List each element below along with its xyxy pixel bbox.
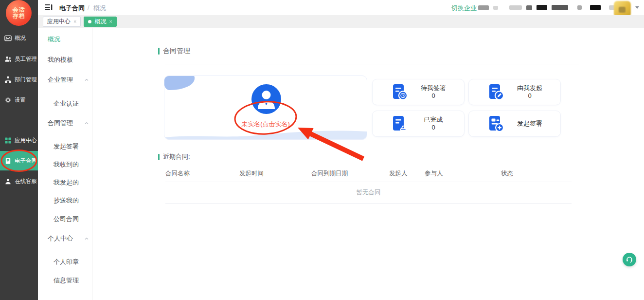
top-bar: 电子合同 / 概况 切换企业 (38, 0, 644, 15)
sidebar-item-online-service[interactable]: 在线客服 (0, 171, 38, 191)
dashboard-icon (4, 35, 12, 42)
tab-close-icon[interactable]: × (109, 19, 112, 24)
doc-plus-icon (486, 114, 505, 133)
submenu-item-initiate-sign[interactable]: 发起签署 (54, 142, 79, 151)
column-header: 参与人 (425, 169, 501, 178)
customer-service-button[interactable] (623, 253, 636, 266)
user-menu-caret-icon[interactable] (635, 6, 639, 9)
section-divider (165, 64, 579, 64)
breadcrumb-separator: / (88, 4, 89, 11)
submenu-item-overview[interactable]: 概况 (48, 35, 60, 44)
org-chart-icon (4, 76, 12, 83)
tab-label: 概况 (94, 18, 106, 26)
tab-overview[interactable]: 概况 × (84, 17, 116, 27)
main-content: 合同管理 未实名(点击实名) (92, 28, 644, 300)
switch-company-link[interactable]: 切换企业 (451, 4, 477, 13)
sidebar-item-overview[interactable]: 概况 (0, 28, 38, 48)
redacted-text (478, 5, 489, 10)
decorative-blob (164, 76, 195, 90)
column-header: 发起人 (389, 169, 425, 178)
column-header: 合同名称 (165, 169, 239, 178)
submenu-item-cc-me[interactable]: 抄送我的 (54, 196, 79, 205)
logo-line2: 存档 (13, 13, 25, 19)
sidebar-item-label: 在线客服 (15, 178, 37, 185)
stat-card-awaiting-my-signature[interactable]: 待我签署 0 (372, 79, 465, 105)
section-accent-bar (158, 48, 160, 55)
doc-stamp-icon (390, 114, 409, 133)
annotation-overlay (92, 28, 644, 300)
realname-prompt-link[interactable]: 未实名(点击实名) (164, 120, 367, 129)
redacted-text (493, 6, 498, 10)
contract-mgmt-section-title: 合同管理 (158, 47, 190, 56)
section-accent-bar (158, 154, 160, 160)
sidebar-item-departments[interactable]: 部门管理 (0, 70, 38, 89)
support-person-icon (4, 178, 12, 185)
chevron-up-icon[interactable] (85, 237, 89, 241)
tab-label: 应用中心 (47, 18, 71, 26)
submenu-item-initiated[interactable]: 我发起的 (54, 178, 79, 187)
breadcrumb-parent[interactable]: 电子合同 (59, 4, 85, 13)
sidebar-item-app-center[interactable]: 应用中心 (0, 131, 38, 150)
gear-icon (4, 96, 12, 104)
sidebar-item-label: 电子合同 (15, 157, 37, 165)
sidebar-item-employees[interactable]: 员工管理 (0, 49, 38, 69)
breadcrumb-current: 概况 (93, 4, 106, 13)
submenu-item-personal-seal[interactable]: 个人印章 (54, 258, 79, 266)
recent-contracts-section-title: 近期合同: (158, 152, 190, 161)
sidebar-item-label: 概况 (15, 35, 26, 42)
submenu-item-my-templates[interactable]: 我的模板 (48, 56, 73, 64)
submenu-item-company-contracts[interactable]: 公司合同 (54, 215, 79, 224)
headset-icon (626, 256, 633, 263)
sidebar-item-settings[interactable]: 设置 (0, 90, 38, 110)
stat-card-label: 由我发起 (516, 84, 543, 92)
redacted-user-info (478, 0, 622, 15)
avatar-blur-detail (619, 7, 626, 13)
redacted-text (509, 5, 522, 10)
column-header: 状态 (501, 169, 572, 178)
active-tab-dot-icon (88, 20, 91, 23)
stat-card-initiate-signing[interactable]: 发起签署 (468, 111, 561, 137)
redacted-text (526, 5, 532, 10)
stat-card-initiated-by-me[interactable]: 由我发起 0 (468, 79, 561, 105)
realname-profile-card: 未实名(点击实名) (164, 75, 367, 140)
stat-card-count: 0 (420, 92, 447, 100)
contract-doc-icon (4, 157, 12, 165)
logo-line1: 会话 (13, 7, 25, 13)
table-empty-state: 暂无合同 (165, 182, 572, 203)
app-grid-icon (4, 137, 12, 144)
redacted-text (537, 5, 547, 10)
submenu-group-personal-center[interactable]: 个人中心 (48, 234, 73, 243)
profile-avatar[interactable] (251, 84, 281, 114)
redacted-text (552, 5, 568, 10)
open-tabs-bar: 应用中心 × 概况 × (38, 15, 644, 28)
sidebar-item-label: 员工管理 (15, 56, 37, 63)
collapse-menu-icon[interactable] (45, 4, 53, 11)
chevron-up-icon[interactable] (85, 121, 89, 125)
redacted-text (590, 5, 601, 10)
submenu-item-received[interactable]: 我收到的 (54, 160, 79, 169)
tab-close-icon[interactable]: × (73, 19, 76, 24)
column-header: 合同到期日期 (311, 169, 389, 178)
app-logo: 会话 存档 (6, 0, 32, 26)
stat-card-label: 发起签署 (516, 120, 543, 128)
doc-pencil-icon (486, 82, 505, 102)
app-screen: 电子合同 / 概况 切换企业 应用中心 × 概况 × (0, 0, 644, 300)
sidebar-item-e-contract[interactable]: 电子合同 (0, 151, 38, 170)
submenu-item-enterprise-cert[interactable]: 企业认证 (54, 99, 79, 108)
stat-card-label: 待我签署 (420, 84, 447, 92)
submenu-group-contract-mgmt[interactable]: 合同管理 (48, 119, 73, 128)
doc-clock-icon (390, 82, 409, 102)
sidebar-item-label: 应用中心 (15, 137, 37, 144)
tab-app-center[interactable]: 应用中心 × (43, 17, 81, 27)
submenu-item-info-mgmt[interactable]: 信息管理 (54, 276, 79, 285)
e-contract-submenu: 概况 我的模板 企业管理 企业认证 合同管理 发起签署 我收到的 我发起的 抄送… (38, 28, 92, 300)
stat-card-completed[interactable]: 已完成 0 (372, 111, 465, 137)
stat-card-label: 已完成 (420, 116, 447, 124)
section-title-text: 合同管理 (163, 47, 190, 56)
sidebar-item-label: 部门管理 (15, 76, 37, 83)
column-header: 发起时间 (239, 169, 311, 178)
submenu-group-enterprise[interactable]: 企业管理 (48, 75, 73, 84)
chevron-up-icon[interactable] (85, 78, 89, 82)
table-header-row: 合同名称 发起时间 合同到期日期 发起人 参与人 状态 (165, 166, 572, 182)
table-divider (165, 203, 572, 204)
